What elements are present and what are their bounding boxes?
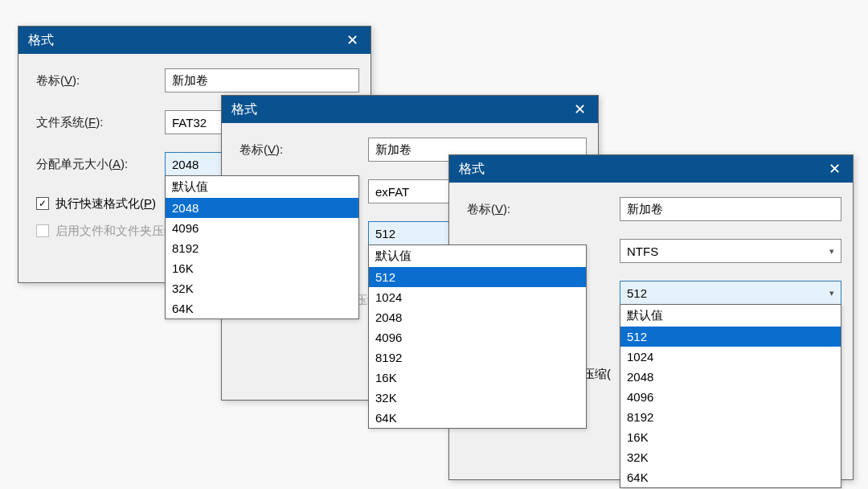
dropdown-option[interactable]: 64K: [620, 467, 841, 487]
filesystem-select[interactable]: NTFS ▾: [620, 239, 841, 263]
allocation-dropdown: 默认值 512 1024 2048 4096 8192 16K 32K 64K: [620, 304, 841, 488]
compress-checkbox: [36, 224, 49, 237]
window-title: 格式: [231, 101, 257, 118]
close-button[interactable]: ✕: [816, 155, 853, 183]
compress-label: 启用文件和文件夹压缩(: [55, 224, 180, 239]
dropdown-option[interactable]: 32K: [620, 447, 841, 467]
volume-label-input[interactable]: [165, 68, 359, 92]
allocation-value: 2048: [172, 158, 199, 171]
dropdown-option[interactable]: 默认值: [166, 176, 358, 198]
dropdown-option[interactable]: 2048: [369, 307, 586, 327]
dropdown-option[interactable]: 512: [620, 327, 841, 347]
dropdown-option[interactable]: 16K: [620, 427, 841, 447]
dropdown-option[interactable]: 4096: [166, 218, 358, 238]
dropdown-option[interactable]: 默认值: [369, 245, 586, 267]
close-icon: ✕: [574, 101, 586, 118]
volume-label: 卷标(V):: [467, 202, 620, 217]
dropdown-option[interactable]: 默认值: [620, 305, 841, 327]
close-button[interactable]: ✕: [334, 27, 371, 54]
allocation-dropdown: 默认值 2048 4096 8192 16K 32K 64K: [165, 175, 359, 319]
dropdown-option[interactable]: 8192: [166, 238, 358, 258]
volume-label-row: 卷标(V):: [36, 68, 359, 92]
close-icon: ✕: [829, 160, 841, 178]
dropdown-option[interactable]: 16K: [369, 368, 586, 388]
allocation-dropdown: 默认值 512 1024 2048 4096 8192 16K 32K 64K: [368, 244, 587, 429]
allocation-label: 分配单元大小(A):: [36, 157, 165, 172]
close-icon: ✕: [346, 31, 358, 49]
window-title: 格式: [28, 32, 54, 49]
titlebar: 格式 ✕: [222, 96, 598, 123]
quick-format-label: 执行快速格式化(P): [55, 196, 156, 212]
volume-label: 卷标(V):: [36, 73, 165, 88]
chevron-down-icon: ▾: [829, 246, 834, 257]
allocation-select[interactable]: 512 ▾ 默认值 512 1024 2048 4096 8192 16K 32…: [620, 281, 841, 305]
titlebar: 格式 ✕: [449, 155, 853, 183]
close-button[interactable]: ✕: [561, 96, 598, 123]
filesystem-label: 文件系统(F):: [36, 115, 165, 130]
dropdown-option[interactable]: 32K: [166, 278, 358, 298]
allocation-value: 512: [375, 227, 395, 240]
filesystem-value: FAT32: [172, 116, 207, 129]
dropdown-option[interactable]: 64K: [369, 408, 586, 428]
volume-label-input[interactable]: [620, 197, 841, 221]
dropdown-option[interactable]: 8192: [620, 407, 841, 427]
window-title: 格式: [459, 161, 485, 178]
filesystem-value: NTFS: [627, 244, 658, 258]
dropdown-option[interactable]: 4096: [620, 387, 841, 407]
dropdown-option[interactable]: 8192: [369, 347, 586, 368]
chevron-down-icon: ▾: [829, 288, 834, 298]
dropdown-option[interactable]: 32K: [369, 388, 586, 408]
dropdown-option[interactable]: 64K: [166, 298, 358, 318]
dropdown-option[interactable]: 4096: [369, 327, 586, 347]
quick-format-checkbox[interactable]: [36, 197, 49, 210]
volume-label: 卷标(V):: [240, 142, 368, 158]
filesystem-value: exFAT: [375, 185, 409, 199]
dropdown-option[interactable]: 2048: [620, 367, 841, 387]
dropdown-option[interactable]: 16K: [166, 258, 358, 278]
dropdown-option[interactable]: 1024: [369, 287, 586, 307]
dropdown-option[interactable]: 2048: [166, 198, 358, 218]
allocation-value: 512: [627, 286, 647, 300]
dropdown-option[interactable]: 512: [369, 267, 586, 287]
dropdown-option[interactable]: 1024: [620, 347, 841, 367]
volume-label-row: 卷标(V):: [467, 197, 841, 221]
titlebar: 格式 ✕: [18, 27, 371, 54]
